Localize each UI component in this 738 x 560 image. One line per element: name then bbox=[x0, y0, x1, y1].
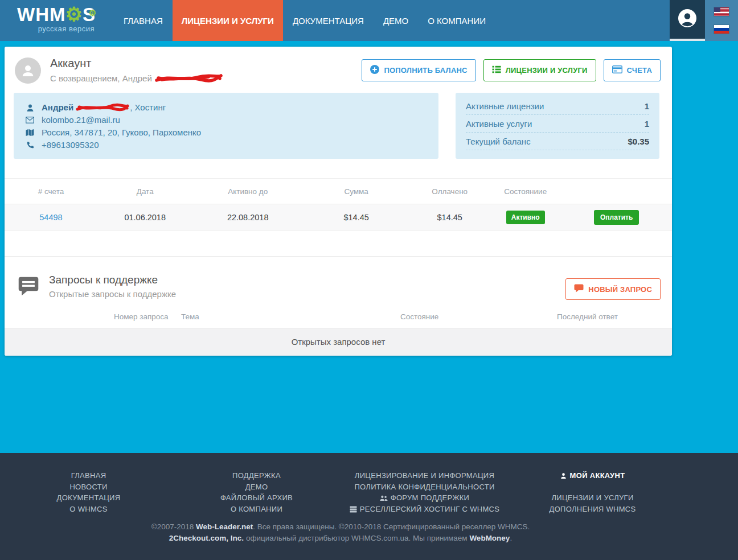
col-ticket-status: Состояние bbox=[400, 312, 438, 321]
pay-button[interactable]: Оплатить bbox=[594, 210, 639, 225]
footer-col-2: ПОДДЕРЖКА ДЕМО ФАЙЛОВЫЙ АРХИВ О КОМПАНИИ bbox=[173, 470, 341, 514]
page-title: Аккаунт bbox=[50, 57, 223, 70]
support-section-header: Запросы к поддержке Открытые запросы к п… bbox=[5, 257, 672, 310]
account-actions: ПОПОЛНИТЬ БАЛАНС ЛИЦЕНЗИИ И УСЛУГИ СЧЕТА bbox=[362, 59, 661, 81]
support-titles: Запросы к поддержке Открытые запросы к п… bbox=[49, 274, 176, 299]
page-footer: ГЛАВНАЯ НОВОСТИ ДОКУМЕНТАЦИЯ О WHMCS ПОД… bbox=[0, 453, 738, 560]
account-titles: Аккаунт С возвращением, Андрей bbox=[50, 57, 223, 84]
gear-small-icon: ⚙ bbox=[89, 2, 97, 24]
chat-icon bbox=[17, 275, 40, 300]
credit-card-icon bbox=[612, 65, 622, 75]
footer-my-account-heading: МОЙ АККАУНТ bbox=[509, 470, 676, 481]
contact-address: Россия, 347871, 20, Гуково, Пархоменко bbox=[42, 126, 201, 139]
redacted-scribble bbox=[75, 102, 130, 113]
contact-name-line: Андрей, Хостинг bbox=[25, 101, 427, 114]
col-last-reply: Последний ответ bbox=[557, 312, 618, 321]
nav-item-home[interactable]: ГЛАВНАЯ bbox=[114, 0, 173, 41]
invoice-row: 54498 01.06.2018 22.08.2018 $14.45 $14.4… bbox=[5, 204, 672, 230]
col-paid: Оллачено bbox=[409, 187, 490, 196]
welcome-text: С возвращением, Андрей bbox=[50, 72, 223, 84]
col-ticket-number: Номер запроса bbox=[114, 312, 169, 321]
nav-item-demo[interactable]: ДЕМО bbox=[374, 0, 418, 41]
web-leader-link[interactable]: Web-Leader.net bbox=[196, 522, 253, 531]
webmoney-link[interactable]: WebMoney bbox=[469, 534, 510, 542]
top-header: WHM⚙S⚙ русская версия ГЛАВНАЯ ЛИЦЕНЗИИ И… bbox=[0, 0, 738, 41]
footer-link-docs[interactable]: ДОКУМЕНТАЦИЯ bbox=[5, 492, 173, 504]
footer-link-support[interactable]: ПОДДЕРЖКА bbox=[173, 470, 341, 481]
copyright-line-2: 2Checkout.com, Inc. официальный дистрибь… bbox=[5, 533, 676, 544]
invoice-amount: $14.45 bbox=[303, 213, 410, 222]
stat-value: 1 bbox=[645, 101, 649, 111]
server-icon bbox=[350, 506, 357, 513]
invoices-table: # счета Дата Активно до Сумма Оллачено С… bbox=[5, 178, 672, 257]
footer-link-forum[interactable]: ФОРУМ ПОДДЕРЖКИ bbox=[341, 492, 509, 504]
add-funds-button[interactable]: ПОПОЛНИТЬ БАЛАНС bbox=[362, 59, 475, 81]
contact-panel: Андрей, Хостинг kolombo.21@mail.ru Росси… bbox=[14, 93, 438, 159]
tickets-table-header: Номер запроса Тема Состояние Последний о… bbox=[5, 310, 672, 328]
footer-link-files[interactable]: ФАЙЛОВЫЙ АРХИВ bbox=[173, 492, 341, 504]
nav-item-company[interactable]: О КОМПАНИИ bbox=[418, 0, 495, 41]
envelope-icon bbox=[25, 117, 35, 123]
gear-icon: ⚙ bbox=[65, 3, 83, 25]
footer-link-licensing[interactable]: ЛИЦЕНЗИРОВАНИЕ И ИНФОРМАЦИЯ bbox=[341, 470, 509, 481]
invoice-date: 01.06.2018 bbox=[97, 213, 193, 222]
footer-link-home[interactable]: ГЛАВНАЯ bbox=[5, 470, 173, 481]
contact-address-line: Россия, 347871, 20, Гуково, Пархоменко bbox=[25, 126, 427, 139]
footer-col-1: ГЛАВНАЯ НОВОСТИ ДОКУМЕНТАЦИЯ О WHMCS bbox=[5, 470, 173, 514]
footer-link-my-licenses[interactable]: ЛИЦЕНЗИИ И УСЛУГИ bbox=[509, 492, 676, 504]
footer-col-4: МОЙ АККАУНТ ЛИЦЕНЗИИ И УСЛУГИ ДОПОЛНЕНИЯ… bbox=[509, 470, 676, 514]
support-title: Запросы к поддержке bbox=[49, 274, 176, 286]
footer-link-privacy[interactable]: ПОЛИТИКА КОНФИДЕНЦИАЛЬНОСТИ bbox=[341, 481, 509, 493]
account-menu-button[interactable] bbox=[670, 0, 705, 41]
stat-current-balance: Текущий баланс$0.35 bbox=[466, 133, 649, 150]
ru-flag-icon[interactable] bbox=[714, 25, 729, 34]
header-right bbox=[670, 0, 738, 41]
copyright: ©2007-2018 Web-Leader.net. Все права защ… bbox=[5, 521, 676, 543]
footer-link-news[interactable]: НОВОСТИ bbox=[5, 481, 173, 493]
col-date: Дата bbox=[97, 187, 193, 196]
new-ticket-button[interactable]: НОВЫЙ ЗАПРОС bbox=[565, 278, 661, 300]
logo-tagline: русская версия bbox=[17, 24, 96, 33]
footer-col-3: ЛИЦЕНЗИРОВАНИЕ И ИНФОРМАЦИЯ ПОЛИТИКА КОН… bbox=[341, 470, 509, 514]
col-invoice-number: # счета bbox=[5, 187, 97, 196]
nav-item-docs[interactable]: ДОКУМЕНТАЦИЯ bbox=[283, 0, 374, 41]
contact-email: kolombo.21@mail.ru bbox=[42, 114, 120, 126]
status-badge: Активно bbox=[506, 211, 545, 224]
footer-link-demo[interactable]: ДЕМО bbox=[173, 481, 341, 493]
us-flag-icon[interactable] bbox=[714, 7, 729, 16]
chat-bubble-icon bbox=[574, 284, 584, 294]
stat-active-licenses: Активные лицензии1 bbox=[466, 97, 649, 115]
invoices-button[interactable]: СЧЕТА bbox=[604, 59, 661, 81]
stat-value: 1 bbox=[645, 119, 649, 129]
contact-email-line: kolombo.21@mail.ru bbox=[25, 114, 427, 126]
main-nav: ГЛАВНАЯ ЛИЦЕНЗИИ И УСЛУГИ ДОКУМЕНТАЦИЯ Д… bbox=[114, 0, 495, 41]
col-topic: Тема bbox=[181, 312, 199, 321]
phone-icon bbox=[25, 141, 35, 149]
list-icon bbox=[492, 65, 501, 76]
footer-link-addons[interactable]: ДОПОЛНЕНИЯ WHMCS bbox=[509, 504, 676, 515]
invoices-table-header: # счета Дата Активно до Сумма Оллачено С… bbox=[5, 178, 672, 204]
account-header: Аккаунт С возвращением, Андрей ПОПОЛНИТЬ… bbox=[5, 47, 672, 92]
whmcs-logo[interactable]: WHM⚙S⚙ русская версия bbox=[0, 0, 110, 41]
logo-text: WHM⚙S⚙ bbox=[17, 3, 96, 26]
stat-value: $0.35 bbox=[628, 137, 649, 146]
invoice-paid: $14.45 bbox=[409, 213, 490, 222]
map-icon bbox=[25, 129, 35, 137]
stat-active-services: Активные услуги1 bbox=[466, 115, 649, 133]
footer-link-about-whmcs[interactable]: О WHMCS bbox=[5, 504, 173, 515]
footer-link-reseller[interactable]: РЕСЕЛЛЕРСКИЙ ХОСТИНГ С WHMCS bbox=[341, 504, 509, 515]
avatar bbox=[15, 57, 41, 84]
col-active-until: Активно до bbox=[193, 187, 303, 196]
contact-phone: +89613095320 bbox=[42, 139, 99, 151]
licenses-services-button[interactable]: ЛИЦЕНЗИИ И УСЛУГИ bbox=[483, 59, 596, 81]
copyright-line-1: ©2007-2018 Web-Leader.net. Все права защ… bbox=[5, 521, 676, 533]
footer-link-company[interactable]: О КОМПАНИИ bbox=[173, 504, 341, 515]
info-panels: Андрей, Хостинг kolombo.21@mail.ru Росси… bbox=[5, 92, 672, 159]
tickets-empty-state: Открытых запросов нет bbox=[5, 328, 672, 356]
account-card: Аккаунт С возвращением, Андрей ПОПОЛНИТЬ… bbox=[5, 47, 672, 356]
nav-item-licenses[interactable]: ЛИЦЕНЗИИ И УСЛУГИ bbox=[173, 0, 283, 41]
invoice-number-link[interactable]: 54498 bbox=[39, 213, 62, 222]
language-switcher bbox=[705, 0, 738, 41]
invoice-active-until: 22.08.2018 bbox=[193, 213, 303, 222]
2checkout-link[interactable]: 2Checkout.com, Inc. bbox=[169, 534, 244, 542]
